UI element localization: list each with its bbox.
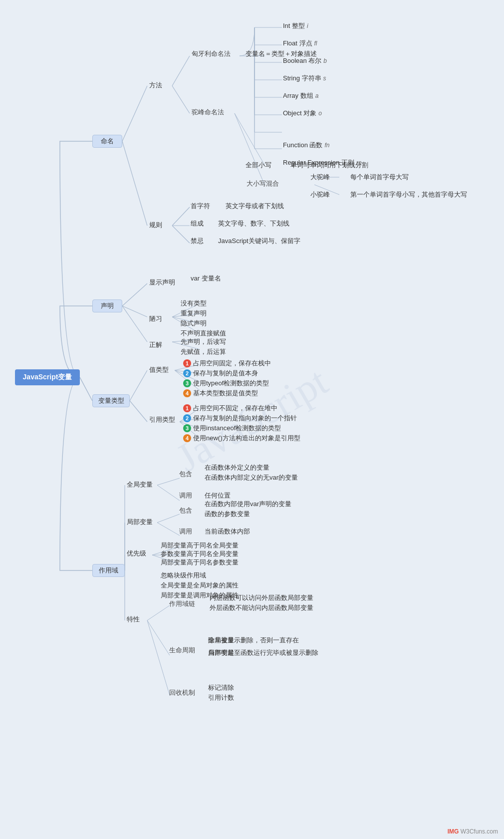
float-shorthand: fl <box>314 40 317 47</box>
p3-node: 局部变量高于同名参数变量 <box>160 558 240 567</box>
root-node: JavaScript变量 <box>15 369 80 385</box>
bad-habits-label: 陋习 <box>149 314 162 323</box>
decl-first-node: 先声明，后读写 <box>180 337 227 347</box>
vt1-text: 占用空间固定，保存在栈中 <box>193 359 271 368</box>
hungarian-label: 匈牙利命名法 <box>192 49 231 58</box>
rt3-text: 使用instanceof检测数据的类型 <box>193 424 281 433</box>
root-label: JavaScript变量 <box>23 373 72 382</box>
lc-call-node: 当前函数体内部 <box>204 527 251 537</box>
vt1-badge: 1 <box>183 359 191 367</box>
ref-type-node: 引用类型 <box>147 414 177 425</box>
vartype-node: 变量类型 <box>92 394 130 407</box>
big-camel-desc-text: 每个单词首字母大写 <box>350 173 409 182</box>
scope-chain-label: 作用域链 <box>169 599 195 608</box>
global-var-label: 全局变量 <box>127 480 153 489</box>
camel-label: 驼峰命名法 <box>192 108 224 117</box>
scope-node: 作用域 <box>92 564 125 577</box>
no-type-text: 没有类型 <box>181 299 207 308</box>
global-contain-label: 包含 <box>179 470 192 479</box>
vt4-badge: 4 <box>183 389 191 397</box>
boolean-node: Boolean 布尔 b <box>282 56 328 66</box>
rt2-text: 保存与复制的是指向对象的一个指针 <box>193 414 297 423</box>
mixed-case-label: 大小写混合 <box>247 179 279 188</box>
string-shorthand: s <box>323 75 326 82</box>
local-contain-node: 包含 <box>177 506 194 516</box>
lifetime-label: 生命周期 <box>169 646 195 655</box>
trait-node: 特性 <box>125 614 142 625</box>
display-decl-label: 显示声明 <box>149 278 175 287</box>
boolean-text: Boolean 布尔 <box>283 56 321 65</box>
first-char-node: 首字符 <box>190 201 211 211</box>
forbidden-node: 禁忌 <box>190 236 205 246</box>
int-text: Int 整型 <box>283 21 305 30</box>
global-is-prop-text: 全局变量是全局对象的属性 <box>161 581 239 590</box>
global-call-node: 调用 <box>177 491 194 501</box>
lifetime-local-val-node: 自声明起至函数运行完毕或被显示删除 <box>207 648 319 658</box>
decl-first-text: 先声明，后读写 <box>181 337 226 346</box>
lifetime-node: 生命周期 <box>167 645 197 655</box>
object-shorthand: o <box>318 110 322 117</box>
rt1-node: 1 占用空间不固定，保存在堆中 <box>182 403 278 413</box>
gc2-text: 在函数体内部定义的无var的变量 <box>205 473 298 482</box>
rt3-node: 3 使用instanceof检测数据的类型 <box>182 423 282 433</box>
gc-ref-node: 引用计数 <box>207 693 235 703</box>
lc2-text: 函数的参数变量 <box>205 510 250 519</box>
function-node: Function 函数 fn <box>282 140 331 150</box>
trait-label: 特性 <box>127 615 140 624</box>
forbidden-rule-node: JavaScript关键词与、保留字 <box>217 236 301 246</box>
global-contain-node: 包含 <box>177 469 194 479</box>
priority-node: 优先级 <box>125 548 148 559</box>
display-decl-node: 显示声明 <box>147 277 177 288</box>
object-node: Object 对象 o <box>282 108 323 118</box>
gc-mark-node: 标记清除 <box>207 683 235 693</box>
chain2-node: 外层函数不能访问内层函数局部变量 <box>209 603 314 613</box>
compose-label: 组成 <box>191 219 204 228</box>
underscore-split-text: 单词与单词间用下划线分割 <box>290 161 368 170</box>
rt4-text: 使用new()方法构造出的对象是引用型 <box>193 434 300 443</box>
global-var-node: 全局变量 <box>125 479 155 490</box>
chain2-text: 外层函数不能访问内层函数局部变量 <box>210 603 313 612</box>
gc-mark-text: 标记清除 <box>208 683 234 692</box>
local-var-label: 局部变量 <box>127 518 153 527</box>
naming-node: 命名 <box>92 135 122 148</box>
small-camel-desc-node: 第一个单词首字母小写，其他首字母大写 <box>349 190 468 200</box>
var-decl-text: var 变量名 <box>191 274 221 283</box>
underscore-split-node: 单词与单词间用下划线分割 <box>289 160 369 170</box>
mixed-case-node: 大小写混合 <box>245 179 281 189</box>
all-lower-node: 全部小写 <box>245 160 272 170</box>
compose-node: 组成 <box>190 219 205 229</box>
gc-node: 回收机制 <box>167 688 197 698</box>
rt1-text: 占用空间不固定，保存在堆中 <box>193 404 277 413</box>
global-is-prop-node: 全局变量是全局对象的属性 <box>160 580 240 590</box>
gc2-node: 在函数体内部定义的无var的变量 <box>204 473 299 483</box>
string-node: String 字符串 s <box>282 73 327 83</box>
rt1-badge: 1 <box>183 404 191 412</box>
small-camel-label: 小驼峰 <box>310 190 330 199</box>
chain1-text: 内层函数可以访问外层函数局部变量 <box>210 593 313 602</box>
p3-text: 局部变量高于同名参数变量 <box>161 558 239 567</box>
footer: IMG W3Cfuns.com <box>448 828 498 835</box>
all-lower-text: 全部小写 <box>246 161 271 170</box>
string-text: String 字符串 <box>283 74 321 83</box>
small-camel-desc-text: 第一个单词首字母小写，其他首字母大写 <box>350 190 467 199</box>
gc1-node: 在函数体外定义的变量 <box>204 463 270 473</box>
gc-ref-text: 引用计数 <box>208 693 234 702</box>
correct-node: 正解 <box>147 339 164 350</box>
forbidden-label: 禁忌 <box>191 237 204 246</box>
implicit-decl-node: 隐式声明 <box>180 318 208 328</box>
scope-chain-node: 作用域链 <box>167 599 197 609</box>
lc2-node: 函数的参数变量 <box>204 509 251 519</box>
array-node: Array 数组 a <box>282 91 319 101</box>
vartype-label: 变量类型 <box>98 396 124 405</box>
correct-label: 正解 <box>149 340 162 349</box>
float-node: Float 浮点 fl <box>282 38 318 48</box>
vt3-badge: 3 <box>183 379 191 387</box>
float-text: Float 浮点 <box>283 39 312 48</box>
boolean-shorthand: b <box>323 57 327 64</box>
compose-rule-node: 英文字母、数字、下划线 <box>217 219 290 229</box>
function-shorthand: fn <box>324 142 329 149</box>
ignore-block-node: 忽略块级作用域 <box>160 570 207 580</box>
hungarian-node: 匈牙利命名法 <box>190 49 233 59</box>
vt3-text: 使用typeof检测数据的类型 <box>193 379 269 388</box>
forbidden-rule-text: JavaScript关键词与、保留字 <box>218 237 300 246</box>
